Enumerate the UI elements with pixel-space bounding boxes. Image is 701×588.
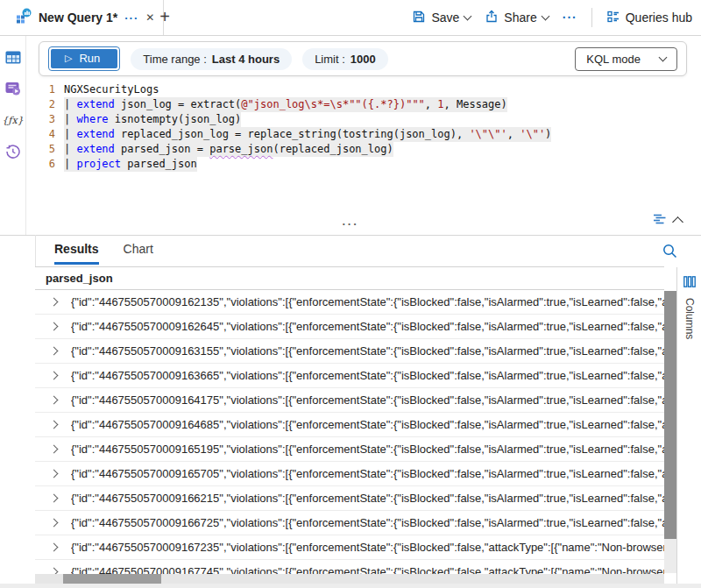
code-text: | extend parsed_json = parse_json(replac… (64, 142, 393, 157)
queries-hub-label: Queries hub (626, 11, 692, 25)
tab-title: New Query 1* (39, 11, 117, 25)
queries-hub-button[interactable]: Queries hub (606, 10, 692, 26)
table-row[interactable]: {"id":"4467550570009166215","violations"… (35, 486, 664, 511)
line-number: 4 (27, 127, 64, 142)
limit-label: Limit : (315, 53, 345, 66)
share-button[interactable]: Share (485, 10, 548, 26)
code-text: | extend json_log = extract(@"json_log\s… (64, 97, 507, 112)
query-tab[interactable]: New Query 1* ··· ✕ (7, 0, 164, 35)
run-button[interactable]: ▷ Run (48, 46, 120, 71)
queries-hub-icon (606, 10, 620, 26)
results-panel-top-border (0, 235, 701, 236)
tab-chart[interactable]: Chart (124, 242, 153, 265)
share-label: Share (504, 11, 536, 25)
row-expander-icon[interactable] (50, 519, 59, 528)
chevron-down-icon (659, 53, 668, 62)
limit-value: 1000 (350, 53, 376, 66)
code-line[interactable]: 6| project parsed_json (27, 157, 701, 172)
code-text: | project parsed_json (64, 157, 197, 172)
code-line[interactable]: 3| where isnotempty(json_log) (27, 112, 701, 127)
table-row[interactable]: {"id":"4467550570009163155","violations"… (35, 339, 664, 364)
save-button[interactable]: Save (412, 10, 471, 26)
columns-panel-label: Columns (683, 298, 696, 339)
horizontal-scrollbar[interactable] (35, 574, 664, 584)
columns-icon (683, 275, 696, 291)
table-row[interactable]: {"id":"4467550570009167235","violations"… (35, 535, 664, 560)
table-row[interactable]: {"id":"4467550570009164685","violations"… (35, 413, 664, 437)
run-label: Run (79, 52, 100, 65)
results-header-row[interactable]: parsed_json (35, 266, 664, 290)
row-expander-icon[interactable] (50, 543, 59, 552)
table-row[interactable]: {"id":"4467550570009163665","violations"… (35, 364, 664, 388)
row-expander-icon[interactable] (50, 494, 59, 503)
row-json-text: {"id":"4467550570009167235","violations"… (71, 541, 664, 554)
code-text: | where isnotempty(json_log) (64, 112, 241, 127)
time-range-value: Last 4 hours (212, 53, 280, 66)
code-text: | extend replaced_json_log = replace_str… (64, 127, 551, 142)
kql-mode-select[interactable]: KQL mode (575, 47, 677, 71)
code-text: NGXSecurityLogs (64, 82, 159, 97)
row-expander-icon[interactable] (50, 298, 59, 307)
row-json-text: {"id":"4467550570009166725","violations"… (71, 516, 664, 529)
row-expander-icon[interactable] (50, 470, 59, 478)
row-json-text: {"id":"4467550570009163155","violations"… (71, 344, 664, 358)
left-icon-rail: {ƒx} (0, 36, 26, 235)
table-row[interactable]: {"id":"4467550570009164175","violations"… (35, 388, 664, 413)
code-line[interactable]: 2| extend json_log = extract(@"json_log\… (27, 97, 701, 112)
search-results-button[interactable] (662, 243, 678, 263)
limit-picker[interactable]: Limit : 1000 (302, 48, 388, 70)
tab-results[interactable]: Results (54, 242, 99, 265)
line-number: 1 (27, 82, 64, 97)
results-tabs: ResultsChart (54, 242, 153, 265)
table-row[interactable]: {"id":"4467550570009166725","violations"… (35, 511, 664, 535)
row-json-text: {"id":"4467550570009165195","violations"… (71, 443, 664, 456)
row-json-text: {"id":"4467550570009162135","violations"… (71, 295, 664, 308)
share-icon (485, 10, 499, 26)
chevron-down-icon (541, 12, 549, 21)
row-json-text: {"id":"4467550570009166215","violations"… (71, 492, 664, 505)
table-row[interactable]: {"id":"4467550570009162135","violations"… (35, 290, 664, 315)
horizontal-scrollbar-thumb[interactable] (63, 574, 161, 584)
row-json-text: {"id":"4467550570009165705","violations"… (71, 467, 664, 480)
code-line[interactable]: 4| extend replaced_json_log = replace_st… (27, 127, 701, 142)
row-json-text: {"id":"4467550570009164685","violations"… (71, 418, 664, 431)
adx-query-icon (16, 8, 32, 27)
line-number: 2 (27, 97, 64, 112)
tab-bar: New Query 1* ··· ✕ + Save (0, 0, 701, 36)
row-expander-icon[interactable] (50, 396, 59, 405)
save-icon (412, 10, 426, 26)
tab-close-icon[interactable]: ✕ (145, 11, 154, 24)
chevron-down-icon (464, 12, 472, 21)
tab-more-icon[interactable]: ··· (124, 11, 138, 25)
topbar-actions: Save Share ··· (412, 0, 692, 35)
results-rows: {"id":"4467550570009162135","violations"… (35, 290, 664, 584)
row-json-text: {"id":"4467550570009163665","violations"… (71, 369, 664, 382)
table-row[interactable]: {"id":"4467550570009165195","violations"… (35, 437, 664, 462)
new-tab-button[interactable]: + (154, 6, 175, 27)
vertical-scrollbar[interactable] (664, 291, 676, 573)
code-line[interactable]: 5| extend parsed_json = parse_json(repla… (27, 142, 701, 157)
connections-table-icon[interactable] (4, 48, 23, 66)
history-icon[interactable] (4, 143, 23, 160)
row-json-text: {"id":"4467550570009164175","violations"… (71, 393, 664, 407)
time-range-picker[interactable]: Time range : Last 4 hours (131, 48, 292, 70)
row-expander-icon[interactable] (50, 322, 59, 331)
saved-queries-icon[interactable] (4, 80, 23, 97)
row-expander-icon[interactable] (50, 421, 59, 429)
play-icon: ▷ (65, 53, 72, 63)
table-row[interactable]: {"id":"4467550570009165705","violations"… (35, 462, 664, 486)
functions-icon[interactable]: {ƒx} (4, 111, 23, 129)
panel-splitter-handle[interactable]: ··· (0, 220, 701, 229)
save-label: Save (431, 11, 459, 25)
row-expander-icon[interactable] (50, 445, 59, 454)
query-editor[interactable]: 1NGXSecurityLogs2| extend json_log = ext… (27, 82, 701, 210)
vertical-scrollbar-thumb[interactable] (664, 291, 676, 539)
table-row[interactable]: {"id":"4467550570009162645","violations"… (35, 315, 664, 339)
line-number: 3 (27, 112, 64, 127)
more-actions-button[interactable]: ··· (563, 11, 577, 25)
code-line[interactable]: 1NGXSecurityLogs (27, 82, 701, 97)
column-header-parsed-json[interactable]: parsed_json (35, 272, 113, 285)
row-expander-icon[interactable] (50, 347, 59, 356)
row-expander-icon[interactable] (50, 372, 59, 380)
columns-side-panel[interactable]: Columns (676, 267, 701, 588)
